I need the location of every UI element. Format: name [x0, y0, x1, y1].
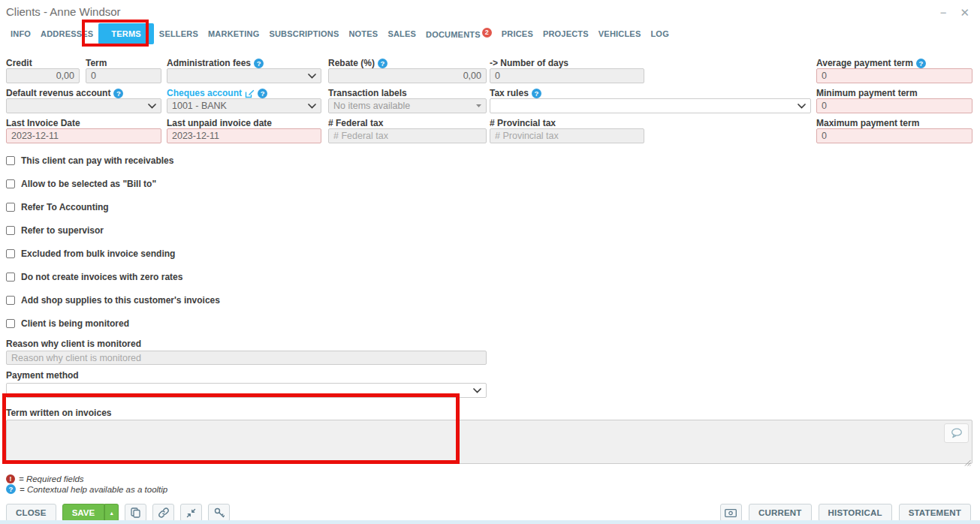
last-unpaid-invoice-date-input[interactable] [167, 128, 321, 143]
collapse-button[interactable] [180, 504, 202, 522]
tab-terms[interactable]: TERMS [98, 23, 154, 44]
maximum-payment-term-input[interactable] [816, 128, 972, 143]
payment-method-field: Payment method [0, 371, 980, 398]
copy-button[interactable] [125, 504, 146, 522]
required-icon: ! [6, 474, 15, 483]
link-icon [158, 507, 169, 518]
link-button[interactable] [152, 504, 174, 522]
tab-prices[interactable]: PRICES [497, 23, 538, 44]
checkbox-icon[interactable] [6, 226, 15, 235]
administration-fees-field: Administration fees ? [167, 59, 321, 83]
window-controls: − ✕ [940, 7, 969, 18]
resize-handle[interactable] [964, 456, 971, 462]
minimize-icon[interactable]: − [940, 7, 947, 18]
checkbox-icon[interactable] [6, 249, 15, 258]
current-button[interactable]: CURRENT [749, 504, 812, 522]
tab-addresses[interactable]: ADDRESSES [36, 23, 98, 44]
default-revenus-account-select[interactable] [6, 98, 161, 113]
speech-bubble-icon [951, 428, 963, 438]
tab-log[interactable]: LOG [646, 23, 673, 44]
collapse-arrows-icon [186, 508, 196, 518]
close-button[interactable]: CLOSE [6, 504, 56, 522]
term-written-textarea[interactable] [6, 420, 972, 464]
provincial-tax-input[interactable] [490, 128, 644, 143]
average-payment-term-input[interactable] [816, 68, 972, 83]
maximum-payment-term-field: Maximum payment term [816, 119, 972, 143]
tab-marketing[interactable]: MARKETING [204, 23, 264, 44]
checkbox-refer-supervisor[interactable]: Refer to supervisor [6, 225, 974, 235]
checkbox-icon[interactable] [6, 319, 15, 328]
tab-projects[interactable]: PROJECTS [538, 23, 593, 44]
chevron-down-icon [798, 104, 806, 109]
cheques-account-select[interactable]: 1001 - BANK [167, 98, 321, 113]
tab-documents[interactable]: DOCUMENTS2 [421, 22, 496, 45]
legend-help: ? = Contextual help available as a toolt… [6, 484, 974, 494]
save-options-toggle[interactable]: ▲ [104, 504, 119, 522]
legend-required: ! = Required fields [6, 474, 974, 483]
checkbox-refer-accounting[interactable]: Refer To Accounting [6, 202, 974, 212]
transaction-labels-field: Transaction labels No items available [328, 89, 487, 113]
edit-icon[interactable] [245, 89, 255, 98]
footer-right-group: CURRENT HISTORICAL STATEMENT [720, 504, 971, 522]
rebate-field: Rebate (%) ? [328, 59, 487, 83]
help-icon[interactable]: ? [532, 89, 541, 98]
checkbox-no-zero-rate-invoices[interactable]: Do not create invoices with zero rates [6, 272, 974, 282]
help-icon[interactable]: ? [258, 89, 267, 98]
checkbox-icon[interactable] [6, 273, 15, 282]
reason-monitored-input[interactable] [6, 351, 487, 365]
documents-count-badge: 2 [482, 28, 492, 38]
administration-fees-select[interactable] [167, 68, 321, 83]
titlebar: Clients - Anne Windsor − ✕ [0, 0, 980, 19]
term-input[interactable] [86, 68, 161, 83]
payment-method-select[interactable] [6, 383, 487, 398]
checkbox-icon[interactable] [6, 203, 15, 212]
number-of-days-input[interactable] [490, 68, 644, 83]
checkbox-icon[interactable] [6, 156, 15, 165]
statement-button[interactable]: STATEMENT [899, 504, 971, 522]
help-icon: ? [6, 484, 16, 494]
historical-button[interactable]: HISTORICAL [819, 504, 892, 522]
tab-subscriptions[interactable]: SUBSCRIPTIONS [264, 23, 343, 44]
cheques-account-label: Cheques account ? [167, 89, 321, 98]
help-icon[interactable]: ? [378, 59, 387, 68]
checkbox-excluded-bulk-invoice[interactable]: Excluded from bulk invoice sending [6, 248, 974, 258]
key-button[interactable] [208, 504, 230, 522]
checkbox-icon[interactable] [6, 179, 15, 188]
federal-tax-input[interactable] [328, 128, 487, 143]
credit-field: Credit [6, 59, 80, 83]
checkbox-icon[interactable] [6, 296, 15, 305]
help-icon[interactable]: ? [254, 59, 264, 68]
tax-rules-select[interactable] [490, 98, 811, 113]
tab-vehicles[interactable]: VEHICLES [594, 23, 646, 44]
help-icon[interactable]: ? [916, 59, 926, 68]
rebate-label: Rebate (%) ? [328, 59, 487, 68]
minimum-payment-term-input[interactable] [816, 98, 972, 113]
tab-sales[interactable]: SALES [383, 23, 421, 44]
money-button[interactable] [720, 504, 742, 522]
help-icon[interactable]: ? [113, 89, 123, 98]
rebate-input[interactable] [328, 68, 487, 83]
transaction-labels-select[interactable]: No items available [328, 98, 487, 113]
key-icon [214, 507, 225, 518]
last-invoice-date-input[interactable] [6, 128, 161, 143]
tab-bar: INFO ADDRESSES TERMS SELLERS MARKETING S… [0, 23, 980, 44]
number-of-days-field: -> Number of days [490, 59, 644, 83]
copy-icon [131, 507, 140, 518]
checkbox-add-shop-supplies[interactable]: Add shop supplies to this customer's inv… [6, 295, 974, 305]
payment-method-label: Payment method [6, 371, 974, 381]
tab-sellers[interactable]: SELLERS [155, 23, 203, 44]
credit-input[interactable] [6, 68, 80, 83]
comment-button[interactable] [944, 423, 969, 443]
average-payment-term-field: Average payment term ? [816, 59, 972, 83]
save-button[interactable]: SAVE [62, 504, 104, 522]
caret-up-icon: ▲ [109, 510, 114, 516]
term-written-label: Term written on invoices [6, 408, 974, 418]
checkbox-client-monitored[interactable]: Client is being monitored [6, 318, 974, 328]
checkbox-bill-to[interactable]: Allow to be selected as "Bill to" [6, 179, 974, 188]
checkbox-pay-with-receivables[interactable]: This client can pay with receivables [6, 155, 974, 165]
tab-info[interactable]: INFO [6, 23, 35, 44]
tab-notes[interactable]: NOTES [344, 23, 382, 44]
close-icon[interactable]: ✕ [960, 7, 969, 18]
chevron-down-icon [473, 388, 481, 393]
default-revenus-account-field: Default revenus account ? [6, 89, 161, 113]
